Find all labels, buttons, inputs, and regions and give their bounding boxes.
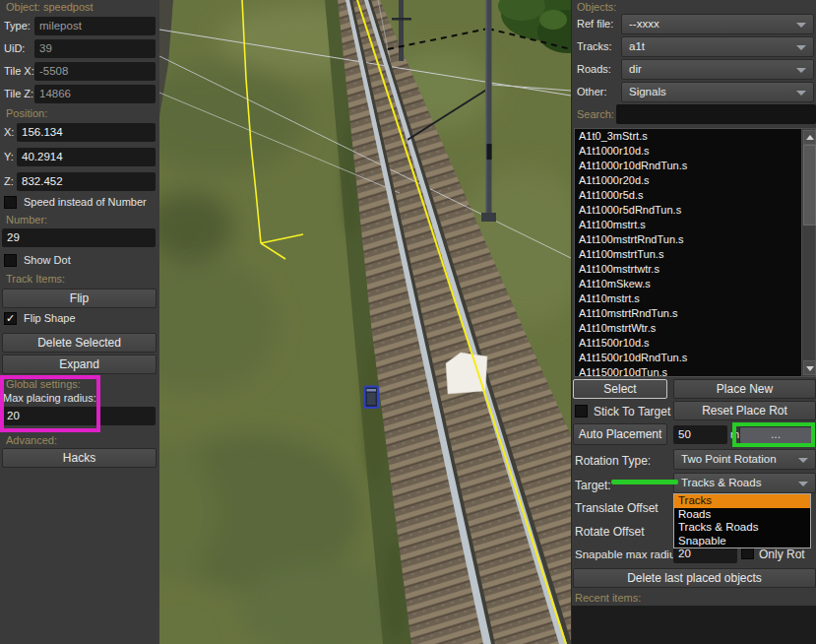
tile-x-field[interactable]: -5508 [34,62,156,81]
chevron-down-icon [796,91,806,96]
list-scrollbar[interactable] [801,128,816,377]
list-item[interactable]: A1t10mstrtWtr.s [575,321,801,336]
other-label: Other: [577,86,607,97]
uid-label: UiD: [4,42,25,54]
rotation-type-label: Rotation Type: [575,454,651,468]
chevron-down-icon [798,458,808,463]
route-editor-window: Object: speedpost Type: milepost UiD: 39… [0,0,816,644]
target-option-tracks-roads[interactable]: Tracks & Roads [674,521,810,535]
pos-x-field[interactable]: 156.134 [17,123,156,142]
chevron-down-icon [798,482,808,486]
type-label: Type: [4,20,31,32]
pos-y-label: Y: [4,151,14,162]
stick-to-target-label: Stick To Target [594,405,670,419]
auto-placement-unit: m [730,428,739,440]
hacks-button[interactable]: Hacks [2,448,157,468]
global-settings-label: Global settings: [6,378,81,390]
pos-x-label: X: [4,126,14,138]
select-button[interactable]: Select [573,379,667,399]
tracks-dropdown[interactable]: a1t [621,36,814,57]
reset-place-rot-button[interactable]: Reset Place Rot [673,401,816,420]
speed-instead-checkbox[interactable] [4,196,17,209]
roads-label: Roads: [577,63,611,75]
target-dropdown[interactable]: Tracks & Roads [673,473,816,493]
target-label: Target: [575,479,611,492]
other-dropdown[interactable]: Signals [621,82,814,102]
pos-z-label: Z: [4,175,14,187]
list-item[interactable]: A1t100mstrt.s [575,218,801,232]
scrollbar-thumb[interactable] [803,145,816,225]
object-title: Object: speedpost [6,1,94,13]
list-item[interactable]: A1t1500r10dRndTun.s [575,351,801,365]
delete-selected-button[interactable]: Delete Selected [2,333,157,353]
list-item[interactable]: A1t100mstrtRndTun.s [575,232,801,247]
milepost-marker[interactable] [365,387,379,409]
list-item[interactable]: A1t1500r10d.s [575,336,801,351]
translate-offset-label: Translate Offset [575,501,659,515]
max-placing-radius-input[interactable]: 20 [2,407,156,425]
viewport-3d[interactable] [159,0,571,644]
max-placing-radius-label: Max placing radius: [3,392,96,404]
target-dropdown-popup: Tracks Roads Tracks & Roads Snapable [673,493,811,548]
uid-field[interactable]: 39 [34,39,156,58]
tile-z-field[interactable]: 14866 [34,85,156,103]
list-item[interactable]: A1t1000r5d.s [575,188,801,203]
rotation-type-value: Two Point Rotation [681,453,777,465]
list-item[interactable]: A1t10mSkew.s [575,277,801,291]
type-field[interactable]: milepost [34,17,156,35]
number-label: Number: [6,214,47,225]
stick-to-target-checkbox[interactable] [575,405,588,418]
target-option-snapable[interactable]: Snapable [674,535,810,548]
roads-value: dir [629,63,642,75]
place-new-button[interactable]: Place New [673,379,816,399]
recent-items-list[interactable] [572,606,816,644]
show-dot-label: Show Dot [24,254,71,266]
list-item[interactable]: A1t1000r10dRndTun.s [575,159,801,173]
auto-placement-button[interactable]: Auto Placement [573,423,667,445]
rotation-type-dropdown[interactable]: Two Point Rotation [673,449,816,470]
check-icon: ✓ [6,312,15,324]
scroll-up-button[interactable] [803,130,816,145]
advanced-label: Advanced: [6,434,57,446]
tile-x-label: Tile X: [4,65,34,77]
list-item[interactable]: A1t1000r5dRndTun.s [575,203,801,218]
scroll-up-icon [806,135,814,140]
list-item[interactable]: A1t1000r10d.s [575,144,801,159]
auto-placement-input[interactable]: 50 [673,425,727,444]
scene-railway [159,0,571,644]
speed-instead-label: Speed instead of Number [24,196,147,208]
placed-object-white-box[interactable] [446,353,487,394]
pos-y-field[interactable]: 40.2914 [17,148,156,166]
ref-file-dropdown[interactable]: --xxxx [621,14,814,34]
list-item[interactable]: A1t1500r10dTun.s [575,365,801,377]
objects-panel: Objects: Ref file: --xxxx Tracks: a1t Ro… [571,0,816,644]
object-properties-panel: Object: speedpost Type: milepost UiD: 39… [0,0,159,644]
search-label: Search: [577,108,614,120]
more-options-button[interactable]: ... [739,426,812,444]
list-item[interactable]: A1t10mstrtRndTun.s [575,306,801,321]
scroll-down-icon [806,366,814,371]
recent-items-label: Recent items: [575,592,641,604]
tracks-label: Tracks: [577,40,612,52]
show-dot-checkbox[interactable] [4,254,17,267]
flip-shape-checkbox[interactable]: ✓ [4,312,17,325]
list-item[interactable]: A1t0_3mStrt.s [575,129,801,144]
expand-button[interactable]: Expand [2,354,157,374]
number-input[interactable]: 29 [2,228,156,247]
chevron-down-icon [796,45,806,50]
search-input[interactable] [616,104,816,124]
list-item[interactable]: A1t10mstrt.s [575,291,801,306]
pos-z-field[interactable]: 832.452 [17,172,156,191]
delete-last-placed-button[interactable]: Delete last placed objects [573,568,816,588]
list-item[interactable]: A1t100mstrtTun.s [575,247,801,262]
roads-dropdown[interactable]: dir [621,59,814,80]
list-item[interactable]: A1t100mstrtwtr.s [575,262,801,277]
shape-list[interactable]: A1t0_3mStrt.s A1t1000r10d.s A1t1000r10dR… [574,128,801,377]
target-option-roads[interactable]: Roads [674,508,810,522]
flip-button[interactable]: Flip [2,289,157,308]
list-item[interactable]: A1t1000r20d.s [575,173,801,188]
target-value: Tracks & Roads [681,477,761,488]
scroll-down-button[interactable] [803,360,816,375]
only-rot-label: Only Rot [759,547,805,561]
target-option-tracks[interactable]: Tracks [674,494,810,508]
